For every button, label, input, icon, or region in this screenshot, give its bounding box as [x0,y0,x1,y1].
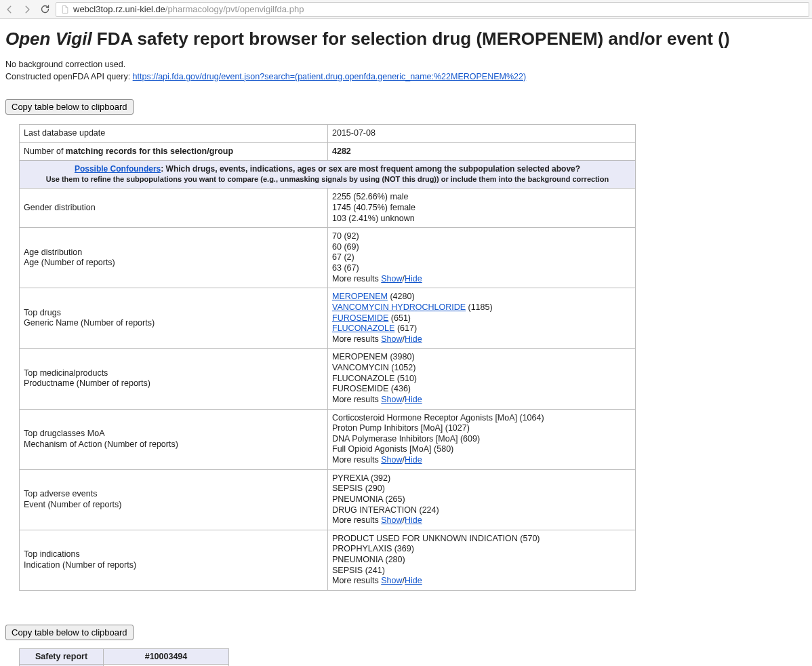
safety-report-value: #10003494 [104,648,229,664]
moa-show-link[interactable]: Show [381,455,402,465]
row-confounders: Possible Confounders: Which drugs, event… [20,161,636,189]
topdrugs-hide-link[interactable]: Hide [405,334,422,344]
events-label: Top adverse events Event (Number of repo… [20,469,328,530]
topmed-hide-link[interactable]: Hide [405,395,422,404]
row-gender: Gender distribution 2255 (52.66%) male 1… [20,189,636,228]
prelude-query-label: Constructed openFDA API query: [5,72,133,81]
url-path: /pharmacology/pvt/openvigilfda.php [165,4,304,14]
drug-link[interactable]: FLUCONAZOLE [332,324,394,333]
drug-link[interactable]: FUROSEMIDE [332,313,388,323]
matching-label: Number of matching records for this sele… [20,142,328,161]
confounders-cell: Possible Confounders: Which drugs, event… [20,161,636,189]
matching-value: 4282 [328,142,636,161]
title-rest: FDA safety report browser for selection … [92,28,730,49]
topdrugs-label: Top drugs Generic Name (Number of report… [20,288,328,349]
back-button[interactable] [3,3,16,16]
row-events: Top adverse events Event (Number of repo… [20,469,636,530]
address-bar[interactable]: webcl3top.rz.uni-kiel.de/pharmacology/pv… [56,2,809,17]
topmed-values: MEROPENEM (3980) VANCOMYCIN (1052) FLUCO… [328,349,636,409]
reload-button[interactable] [38,3,52,16]
indications-show-link[interactable]: Show [381,576,402,585]
age-hide-link[interactable]: Hide [405,274,422,283]
row-topmed: Top medicinalproducts Productname (Numbe… [20,349,636,409]
row-last-update: Last database update 2015-07-08 [20,125,636,143]
row-moa: Top drugclasses MoA Mechanism of Action … [20,409,636,469]
page-icon [60,5,69,14]
drug-link[interactable]: VANCOMYCIN HYDROCHLORIDE [332,302,466,312]
indications-hide-link[interactable]: Hide [405,576,422,585]
topmed-label: Top medicinalproducts Productname (Numbe… [20,349,328,409]
prelude-block: No background correction used. Construct… [5,59,807,83]
row-age: Age distribution Age (Number of reports)… [20,228,636,288]
age-values: 70 (92) 60 (69) 67 (2) 63 (67) More resu… [328,228,636,288]
page-content: Open Vigil FDA safety report browser for… [0,19,812,666]
indications-label: Top indications Indication (Number of re… [20,530,328,590]
prelude-no-bg: No background correction used. [5,60,125,69]
moa-values: Corticosteroid Hormone Receptor Agonists… [328,409,636,469]
row-matching: Number of matching records for this sele… [20,142,636,161]
events-values: PYREXIA (392) SEPSIS (290) PNEUMONIA (26… [328,469,636,530]
title-open-vigil: Open Vigil [5,28,92,49]
safety-report-table: Safety report #10003494 Browse reports -… [19,648,229,666]
last-update-label: Last database update [20,125,328,143]
browser-toolbar: webcl3top.rz.uni-kiel.de/pharmacology/pv… [0,0,812,19]
api-query-link[interactable]: https://api.fda.gov/drug/event.json?sear… [133,72,527,81]
topmed-show-link[interactable]: Show [381,395,402,404]
age-show-link[interactable]: Show [381,274,402,283]
last-update-value: 2015-07-08 [328,125,636,143]
row-indications: Top indications Indication (Number of re… [20,530,636,590]
events-hide-link[interactable]: Hide [405,515,422,525]
gender-label: Gender distribution [20,189,328,228]
moa-hide-link[interactable]: Hide [405,455,422,465]
topdrugs-show-link[interactable]: Show [381,334,402,344]
row-topdrugs: Top drugs Generic Name (Number of report… [20,288,636,349]
confounders-subtext: Use them to refine the subpopulations yo… [46,175,609,183]
topdrugs-values: MEROPENEM (4280) VANCOMYCIN HYDROCHLORID… [328,288,636,349]
moa-label: Top drugclasses MoA Mechanism of Action … [20,409,328,469]
gender-values: 2255 (52.66%) male 1745 (40.75%) female … [328,189,636,228]
indications-values: PRODUCT USED FOR UNKNOWN INDICATION (570… [328,530,636,590]
events-show-link[interactable]: Show [381,515,402,525]
page-title: Open Vigil FDA safety report browser for… [5,28,807,50]
age-label: Age distribution Age (Number of reports) [20,228,328,288]
safety-report-label: Safety report [20,648,104,664]
drug-link[interactable]: MEROPENEM [332,292,388,301]
forward-button[interactable] [20,3,34,16]
copy-table-button-bottom[interactable]: Copy table below to clipboard [5,625,134,640]
copy-table-button-top[interactable]: Copy table below to clipboard [5,99,134,115]
url-host: webcl3top.rz.uni-kiel.de [73,4,165,14]
confounders-link[interactable]: Possible Confounders [75,164,161,174]
summary-table: Last database update 2015-07-08 Number o… [19,124,636,591]
